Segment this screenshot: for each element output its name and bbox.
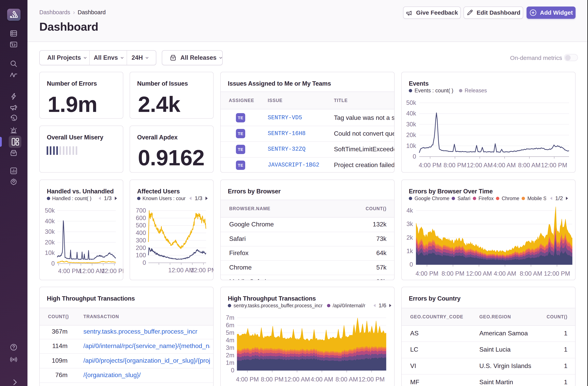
svg-text:1k: 1k [406, 248, 413, 254]
svg-text:20k: 20k [406, 132, 416, 138]
svg-text:40k: 40k [45, 218, 55, 225]
svg-text:3k: 3k [406, 221, 413, 227]
svg-text:12:00 AM: 12:00 AM [467, 162, 493, 169]
svg-text:12:00 PM: 12:00 PM [190, 267, 214, 274]
svg-text:30k: 30k [406, 121, 416, 128]
svg-text:700: 700 [136, 207, 146, 214]
svg-text:4:00 AM: 4:00 AM [311, 376, 333, 383]
svg-text:0: 0 [143, 259, 146, 266]
svg-text:12:00 PM: 12:00 PM [358, 376, 385, 383]
svg-text:600: 600 [136, 215, 146, 222]
svg-text:4:00 PM: 4:00 PM [416, 270, 438, 277]
svg-text:0: 0 [231, 367, 234, 374]
svg-text:40k: 40k [406, 110, 416, 117]
svg-text:4k: 4k [406, 207, 413, 214]
svg-text:12:00 PM: 12:00 PM [101, 268, 123, 274]
svg-text:8:00 AM: 8:00 AM [336, 376, 358, 383]
svg-text:8:00 AM: 8:00 AM [518, 162, 541, 169]
svg-text:4:00 PM: 4:00 PM [236, 376, 259, 383]
svg-text:400: 400 [136, 229, 146, 236]
svg-text:4:00 AM: 4:00 AM [494, 270, 516, 277]
svg-text:4:00 PM: 4:00 PM [419, 162, 441, 169]
svg-text:20k: 20k [45, 239, 55, 246]
svg-text:0: 0 [413, 153, 416, 160]
svg-text:12:00 AM: 12:00 AM [466, 270, 492, 277]
svg-text:50k: 50k [406, 99, 416, 106]
svg-text:12:00 AM: 12:00 AM [284, 376, 310, 383]
svg-text:30k: 30k [45, 228, 55, 235]
svg-text:8:00 PM: 8:00 PM [441, 270, 464, 277]
svg-text:300: 300 [136, 237, 146, 244]
svg-text:12:00 PM: 12:00 PM [544, 270, 570, 277]
svg-text:200: 200 [136, 244, 146, 251]
svg-text:0: 0 [410, 261, 413, 268]
svg-text:12:00 AM: 12:00 AM [79, 268, 105, 274]
svg-text:8:00 PM: 8:00 PM [261, 376, 284, 383]
svg-text:10k: 10k [406, 142, 416, 149]
svg-text:2m: 2m [226, 352, 234, 359]
svg-text:5m: 5m [226, 329, 234, 336]
svg-text:4m: 4m [226, 337, 234, 344]
svg-text:8:00 PM: 8:00 PM [443, 162, 466, 169]
svg-text:4:00 AM: 4:00 AM [493, 162, 516, 169]
svg-text:100: 100 [136, 252, 146, 259]
svg-text:1m: 1m [226, 359, 234, 366]
svg-text:3m: 3m [226, 344, 234, 351]
svg-text:50k: 50k [45, 207, 55, 214]
svg-text:8:00 AM: 8:00 AM [520, 270, 542, 277]
svg-text:7m: 7m [226, 314, 234, 321]
svg-text:500: 500 [136, 222, 146, 229]
svg-text:10k: 10k [45, 249, 55, 256]
svg-text:2k: 2k [406, 234, 413, 241]
svg-text:12:00 PM: 12:00 PM [541, 162, 567, 169]
svg-text:0: 0 [51, 260, 55, 267]
svg-text:6m: 6m [226, 322, 234, 329]
svg-text:4:00 PM: 4:00 PM [58, 268, 81, 274]
